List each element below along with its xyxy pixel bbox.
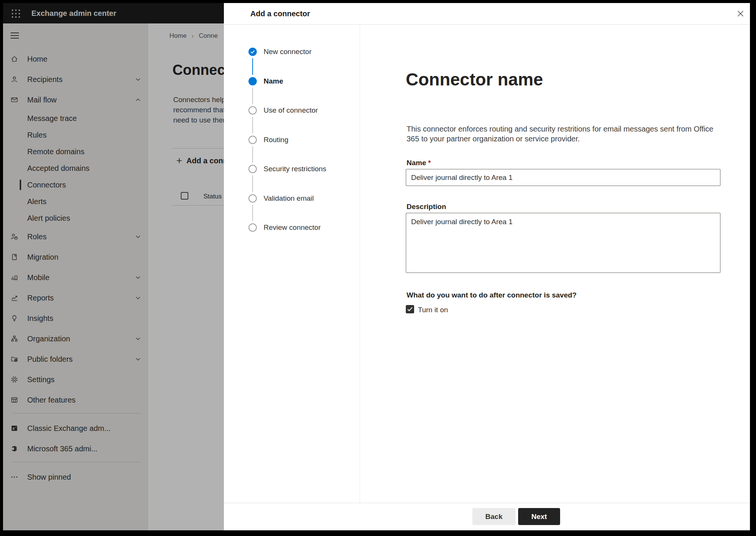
step-indicator-name	[248, 77, 257, 85]
step-label: Security restrictions	[264, 164, 326, 174]
step-indicator-new-connector	[248, 48, 257, 56]
step-label: Use of connector	[264, 106, 318, 115]
step-connector-line	[252, 117, 253, 133]
step-description: This connector enforces routing and secu…	[407, 124, 720, 144]
modal-footer: Back Next	[224, 503, 750, 530]
step-label: New connector	[264, 47, 312, 56]
step-label: Review connector	[264, 223, 321, 232]
close-icon[interactable]	[735, 8, 746, 19]
step-indicator-security-restrictions	[248, 165, 257, 173]
step-indicator-review-connector	[248, 223, 257, 232]
description-field-label: Description	[407, 203, 446, 211]
required-asterisk: *	[428, 159, 431, 167]
step-connector-line	[252, 88, 253, 104]
step-connector-line	[252, 58, 253, 75]
step-heading: Connector name	[406, 69, 543, 90]
step-label: Routing	[264, 135, 289, 144]
step-connector-line	[252, 175, 253, 192]
exchange-admin-app: Exchange admin center HomeRecipientsMail…	[3, 3, 750, 530]
back-button[interactable]: Back	[472, 508, 515, 525]
connector-description-textarea[interactable]: Deliver journal directly to Area 1	[406, 213, 720, 273]
step-indicator-validation-email	[248, 194, 257, 203]
connector-name-input[interactable]	[406, 169, 720, 186]
next-button[interactable]: Next	[518, 508, 560, 525]
add-connector-modal: Add a connector New connectorNameUse of …	[224, 3, 750, 530]
turn-it-on-label: Turn it on	[418, 306, 448, 314]
step-label: Name	[264, 77, 283, 86]
step-indicator-routing	[248, 136, 257, 144]
step-indicator-use-of-connector	[248, 106, 257, 115]
modal-header: Add a connector	[224, 3, 750, 25]
step-connector-line	[252, 146, 253, 163]
name-field-label: Name*	[407, 159, 431, 167]
modal-body: New connectorNameUse of connectorRouting…	[224, 25, 750, 503]
step-connector-line	[252, 205, 253, 222]
modal-title: Add a connector	[250, 3, 310, 25]
turn-it-on-checkbox[interactable]	[406, 305, 414, 313]
after-save-question: What do you want to do after connector i…	[407, 291, 577, 299]
wizard-stepper: New connectorNameUse of connectorRouting…	[224, 25, 360, 503]
step-label: Validation email	[264, 194, 314, 203]
